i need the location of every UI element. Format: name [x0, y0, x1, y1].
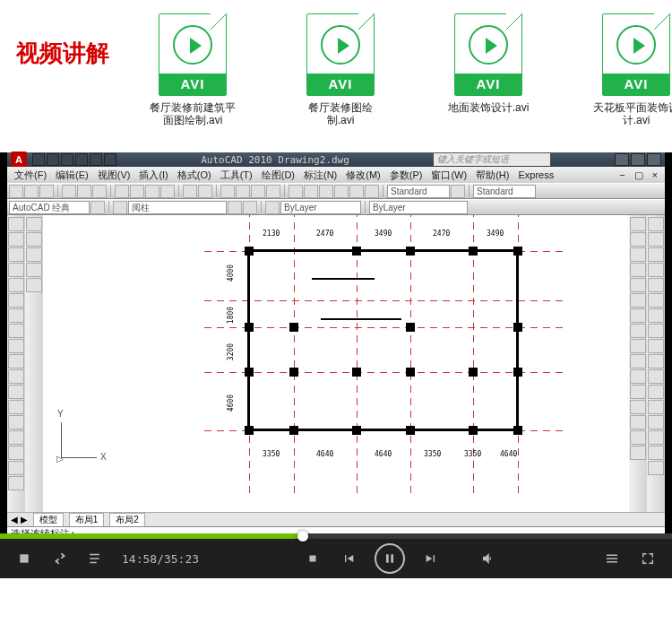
menu-format[interactable]: 格式(O)	[174, 169, 215, 182]
order1-icon[interactable]	[26, 217, 42, 231]
line-tool-icon[interactable]	[8, 217, 24, 231]
tb-copy-icon[interactable]	[130, 185, 144, 198]
tb-zoomwin-icon[interactable]	[251, 185, 265, 198]
order5-icon[interactable]	[26, 278, 42, 292]
tb-new-icon[interactable]	[9, 185, 23, 198]
qa-save-icon[interactable]	[61, 153, 73, 166]
textstyle-combo[interactable]: Standard	[387, 185, 450, 198]
minimize-button[interactable]	[615, 153, 629, 166]
model-canvas[interactable]: 2130 2470 3490 2470 3490 3350 4640 4640 …	[43, 215, 629, 512]
tb-properties-icon[interactable]	[289, 185, 303, 198]
layer-combo[interactable]: 阅柱	[128, 201, 227, 214]
qa-redo-icon[interactable]	[90, 153, 102, 166]
dimbreak-icon[interactable]	[648, 385, 664, 399]
revcloud-tool-icon[interactable]	[8, 308, 24, 323]
dimquick-icon[interactable]	[648, 324, 664, 338]
offset-tool-icon[interactable]	[630, 263, 646, 277]
circle-tool-icon[interactable]	[8, 293, 24, 308]
tb-toolpalette-icon[interactable]	[319, 185, 333, 198]
block-tool-icon[interactable]	[8, 385, 24, 399]
tb-layerprop-icon[interactable]	[113, 201, 127, 214]
tolerance-icon[interactable]	[648, 400, 664, 414]
erase-tool-icon[interactable]	[630, 217, 646, 231]
doc-minimize-icon[interactable]: −	[616, 169, 628, 180]
next-button[interactable]	[421, 549, 441, 568]
menu-dimension[interactable]: 标注(N)	[300, 169, 340, 182]
close-button[interactable]	[647, 153, 661, 166]
tab-layout2[interactable]: 布局2	[109, 513, 145, 527]
menu-view[interactable]: 视图(V)	[94, 169, 134, 182]
linetype-combo[interactable]: ByLayer	[369, 201, 468, 214]
order4-icon[interactable]	[26, 263, 42, 277]
fullscreen-button[interactable]	[638, 549, 658, 568]
move-tool-icon[interactable]	[630, 293, 646, 308]
tb-calc-icon[interactable]	[365, 185, 379, 198]
ellipsearc-tool-icon[interactable]	[8, 354, 24, 368]
tb-cut-icon[interactable]	[115, 185, 129, 198]
workspace-combo[interactable]: AutoCAD 经典	[9, 201, 90, 214]
menu-window[interactable]: 窗口(W)	[427, 169, 470, 182]
rotate-tool-icon[interactable]	[630, 308, 646, 323]
region-tool-icon[interactable]	[8, 446, 24, 460]
dimbaseline-icon[interactable]	[648, 339, 664, 353]
dimstyle-combo[interactable]: Standard	[473, 185, 536, 198]
menu-file[interactable]: 文件(F)	[11, 169, 50, 182]
dimaligned-icon[interactable]	[648, 232, 664, 247]
tab-layout1[interactable]: 布局1	[69, 513, 105, 527]
tb-markup-icon[interactable]	[349, 185, 364, 198]
mirror-tool-icon[interactable]	[630, 247, 646, 262]
tb-open-icon[interactable]	[24, 185, 39, 198]
tb-textstyle-icon[interactable]	[451, 185, 465, 198]
dimlinear-icon[interactable]	[648, 217, 664, 231]
tb-paste-icon[interactable]	[145, 185, 159, 198]
rectangle-tool-icon[interactable]	[8, 263, 24, 277]
order3-icon[interactable]	[26, 247, 42, 262]
dimupdate-icon[interactable]	[648, 461, 664, 475]
qa-open-icon[interactable]	[47, 153, 59, 166]
tb-zoomprev-icon[interactable]	[266, 185, 280, 198]
tb-redo-icon[interactable]	[198, 185, 212, 198]
menu-insert[interactable]: 插入(I)	[135, 169, 171, 182]
join-tool-icon[interactable]	[630, 400, 646, 414]
doc-restore-icon[interactable]: ▢	[631, 169, 647, 181]
progress-bar[interactable]	[0, 533, 672, 539]
tb-undo-icon[interactable]	[183, 185, 197, 198]
menu-edit[interactable]: 编辑(E)	[52, 169, 92, 182]
tb-layerstate-icon[interactable]	[228, 201, 242, 214]
help-search-input[interactable]: 键入关键字或短语	[434, 153, 550, 166]
color-combo[interactable]: ByLayer	[280, 201, 361, 214]
dimspace-icon[interactable]	[648, 369, 664, 384]
arc-tool-icon[interactable]	[8, 278, 24, 292]
tb-save-icon[interactable]	[39, 185, 54, 198]
scale-tool-icon[interactable]	[630, 324, 646, 338]
tb-preview-icon[interactable]	[77, 185, 91, 198]
point-tool-icon[interactable]	[8, 400, 24, 414]
video-file-item[interactable]: AVI 地面装饰设计.avi	[444, 13, 533, 126]
maximize-button[interactable]	[631, 153, 645, 166]
playlist-button[interactable]	[86, 549, 106, 568]
dimtextedit-icon[interactable]	[648, 446, 664, 460]
video-file-item[interactable]: AVI 天花板平面装饰设计.avi	[591, 13, 672, 126]
video-file-item[interactable]: AVI 餐厅装修图绘制.avi	[296, 13, 385, 126]
dimdiameter-icon[interactable]	[648, 293, 664, 308]
menu-draw[interactable]: 绘图(D)	[258, 169, 298, 182]
progress-thumb[interactable]	[297, 531, 308, 542]
text-tool-icon[interactable]	[8, 476, 24, 490]
stretch-tool-icon[interactable]	[630, 339, 646, 353]
tb-sheet-icon[interactable]	[334, 185, 349, 198]
tb-zoom-icon[interactable]	[236, 185, 250, 198]
gradient-tool-icon[interactable]	[8, 430, 24, 445]
menu-express[interactable]: Express	[514, 169, 557, 180]
table-tool-icon[interactable]	[8, 461, 24, 475]
qa-print-icon[interactable]	[104, 153, 116, 166]
tb-ws-icon[interactable]	[90, 201, 105, 214]
insert-tool-icon[interactable]	[8, 369, 24, 384]
play-pause-button[interactable]	[375, 543, 405, 574]
menu-modify[interactable]: 修改(M)	[342, 169, 384, 182]
prev-button[interactable]	[339, 549, 358, 568]
dimarc-icon[interactable]	[648, 247, 664, 262]
break-tool-icon[interactable]	[630, 385, 646, 399]
dimordinate-icon[interactable]	[648, 263, 664, 277]
dimcontinue-icon[interactable]	[648, 354, 664, 368]
qa-new-icon[interactable]	[32, 153, 45, 166]
